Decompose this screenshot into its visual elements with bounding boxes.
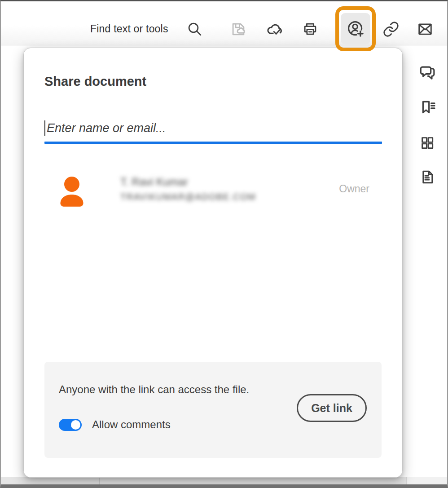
attachments-panel-button[interactable]: [417, 167, 438, 187]
print-icon: [302, 21, 319, 38]
print-button[interactable]: [300, 18, 321, 40]
share-popup: Share document Enter name or email... T.…: [23, 48, 403, 478]
toggle-knob: [71, 420, 80, 430]
top-toolbar: Find text or tools: [1, 1, 447, 45]
link-access-box: Anyone with the link can access the file…: [44, 362, 382, 458]
recipient-input[interactable]: Enter name or email...: [44, 118, 382, 138]
input-underline: [44, 142, 382, 144]
add-people-button[interactable]: [341, 13, 370, 44]
bookmarks-icon: [418, 98, 437, 117]
person-avatar-icon: [58, 176, 85, 210]
sidebar-rail-bottom: [406, 477, 447, 484]
comments-panel-button[interactable]: [417, 62, 438, 83]
bookmarks-panel-button[interactable]: [417, 98, 438, 118]
save-to-cloud-icon: [230, 21, 247, 38]
owner-role-label: Owner: [339, 183, 369, 195]
link-button[interactable]: [381, 18, 401, 40]
owner-name: T. Ravi Kumar: [120, 176, 188, 188]
text-caret: [44, 120, 45, 136]
save-button[interactable]: [228, 18, 249, 40]
page-icon: [418, 168, 436, 186]
thumbnails-panel-button[interactable]: [417, 133, 438, 153]
owner-email: travikumar@adobe.com: [120, 192, 256, 202]
allow-comments-label: Allow comments: [92, 418, 171, 431]
search-button[interactable]: [184, 18, 205, 40]
add-people-icon: [346, 19, 365, 38]
get-link-button[interactable]: Get link: [297, 394, 367, 422]
grid-icon: [419, 134, 436, 151]
cloud-check-icon: [265, 20, 283, 38]
canvas-divider: [99, 477, 100, 484]
find-text-label[interactable]: Find text or tools: [90, 23, 168, 35]
owner-row: T. Ravi Kumar travikumar@adobe.com Owner: [24, 173, 402, 213]
comments-icon: [418, 63, 437, 82]
background-canvas: [1, 477, 447, 484]
allow-comments-toggle[interactable]: [59, 419, 82, 431]
link-icon: [382, 21, 400, 38]
link-access-message: Anyone with the link can access the file…: [59, 383, 249, 396]
acrobat-window: Find text or tools: [0, 0, 448, 488]
toolbar-divider: [217, 18, 217, 40]
search-icon: [187, 21, 203, 37]
email-button[interactable]: [415, 18, 435, 40]
cloud-sync-button[interactable]: [264, 18, 285, 40]
share-highlight-callout: [335, 6, 376, 51]
envelope-icon: [417, 21, 434, 38]
popup-title: Share document: [44, 74, 146, 89]
recipient-placeholder: Enter name or email...: [47, 121, 166, 135]
